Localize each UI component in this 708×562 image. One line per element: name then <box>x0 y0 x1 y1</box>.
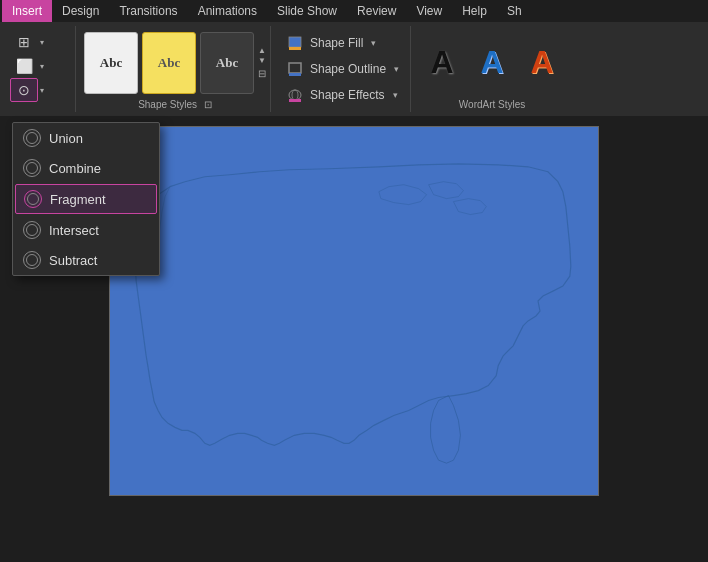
ribbon-controls: ⊞ ▾ ⬜ ▾ ⊙ ▾ Abc Abc Abc ▲ ▼ ⊟ Shape Styl… <box>0 22 708 116</box>
tab-slideshow[interactable]: Slide Show <box>267 0 347 22</box>
fragment-icon <box>24 190 42 208</box>
tab-design[interactable]: Design <box>52 0 109 22</box>
usa-map-svg <box>110 127 598 495</box>
table-icon-btn[interactable]: ⊞ <box>10 30 38 54</box>
shape-outline-btn[interactable]: Shape Outline ▾ <box>281 57 404 81</box>
menu-item-intersect[interactable]: Intersect <box>13 215 159 245</box>
subtract-icon <box>23 251 41 269</box>
menu-item-subtract[interactable]: Subtract <box>13 245 159 275</box>
wordart-thumb-2[interactable]: A <box>469 33 515 93</box>
tab-animations[interactable]: Animations <box>188 0 267 22</box>
icon-row-1: ⊞ ▾ <box>10 30 71 54</box>
shape-styles-expand[interactable]: ⊡ <box>204 99 212 110</box>
shape-thumb-2[interactable]: Abc <box>142 32 196 94</box>
shape-thumbs: Abc Abc Abc ▲ ▼ ⊟ <box>84 28 266 97</box>
svg-point-4 <box>289 90 301 100</box>
wordart-styles-label: WordArt Styles <box>419 97 565 110</box>
merge-dropdown[interactable]: ▾ <box>40 86 44 95</box>
icon-row-3: ⊙ ▾ <box>10 78 71 102</box>
menu-item-combine[interactable]: Combine <box>13 153 159 183</box>
shape-outline-dropdown[interactable]: ▾ <box>394 64 399 74</box>
intersect-label: Intersect <box>49 223 99 238</box>
menu-item-union[interactable]: Union <box>13 123 159 153</box>
slide-canvas[interactable] <box>109 126 599 496</box>
shape-fill-icon <box>286 34 304 52</box>
fragment-label: Fragment <box>50 192 106 207</box>
svg-rect-3 <box>289 73 301 76</box>
union-label: Union <box>49 131 83 146</box>
combine-label: Combine <box>49 161 101 176</box>
wordart-thumb-1[interactable]: A <box>419 33 465 93</box>
shape-outline-label: Shape Outline <box>310 62 386 76</box>
tab-transitions[interactable]: Transitions <box>109 0 187 22</box>
merge-shapes-icon-btn[interactable]: ⊙ <box>10 78 38 102</box>
table-dropdown[interactable]: ▾ <box>40 38 44 47</box>
shape-fill-dropdown[interactable]: ▾ <box>371 38 376 48</box>
shape-effects-dropdown[interactable]: ▾ <box>393 90 398 100</box>
shapes-dropdown[interactable]: ▾ <box>40 62 44 71</box>
wordart-group: A A A WordArt Styles <box>415 26 569 112</box>
insert-icon-group: ⊞ ▾ ⬜ ▾ ⊙ ▾ <box>6 26 76 112</box>
tab-sh[interactable]: Sh <box>497 0 532 22</box>
shape-thumb-1[interactable]: Abc <box>84 32 138 94</box>
shape-effects-btn[interactable]: Shape Effects ▾ <box>281 83 404 107</box>
svg-rect-2 <box>289 63 301 73</box>
merge-shapes-dropdown-menu: Union Combine Fragment Intersect Subtrac… <box>12 122 160 276</box>
shape-fill-label: Shape Fill <box>310 36 363 50</box>
union-icon <box>23 129 41 147</box>
wordart-thumbs: A A A <box>419 28 565 97</box>
tab-view[interactable]: View <box>406 0 452 22</box>
svg-point-5 <box>292 90 298 100</box>
icon-row-2: ⬜ ▾ <box>10 54 71 78</box>
svg-rect-1 <box>289 47 301 50</box>
shape-fill-btn[interactable]: Shape Fill ▾ <box>281 31 404 55</box>
combine-icon <box>23 159 41 177</box>
thumb-scroll[interactable]: ▲ ▼ ⊟ <box>258 47 266 79</box>
shape-options-group: Shape Fill ▾ Shape Outline ▾ Shape Ef <box>275 26 411 112</box>
svg-rect-0 <box>289 37 301 47</box>
shapes-icon-btn[interactable]: ⬜ <box>10 54 38 78</box>
shape-thumb-3[interactable]: Abc <box>200 32 254 94</box>
tab-row: Insert Design Transitions Animations Sli… <box>0 0 708 22</box>
shape-outline-icon <box>286 60 304 78</box>
tab-insert[interactable]: Insert <box>2 0 52 22</box>
tab-help[interactable]: Help <box>452 0 497 22</box>
shape-styles-group: Abc Abc Abc ▲ ▼ ⊟ Shape Styles ⊡ <box>80 26 271 112</box>
tab-review[interactable]: Review <box>347 0 406 22</box>
intersect-icon <box>23 221 41 239</box>
wordart-thumb-3[interactable]: A <box>519 33 565 93</box>
shape-effects-label: Shape Effects <box>310 88 385 102</box>
shape-styles-label: Shape Styles ⊡ <box>84 97 266 110</box>
menu-item-fragment[interactable]: Fragment <box>15 184 157 214</box>
shape-effects-icon <box>286 86 304 104</box>
subtract-label: Subtract <box>49 253 97 268</box>
svg-rect-6 <box>289 99 301 102</box>
